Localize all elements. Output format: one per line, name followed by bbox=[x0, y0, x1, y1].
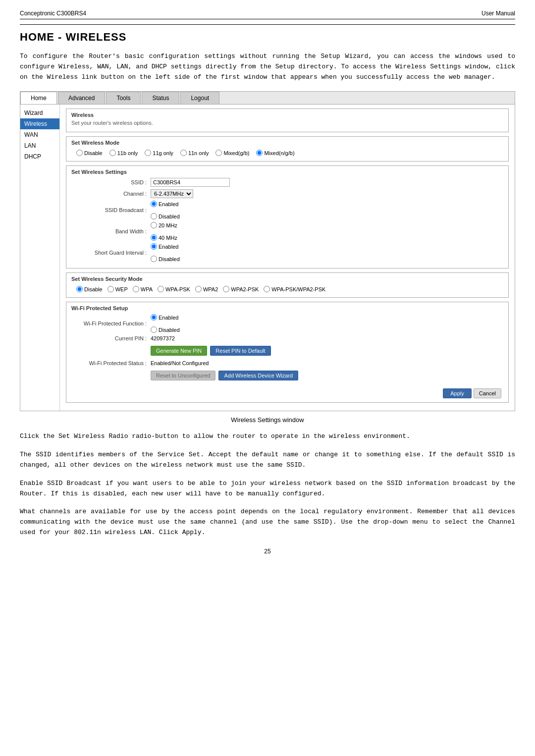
wps-status-value: Enabled/Not Configured bbox=[151, 360, 209, 366]
current-pin-value: 42097372 bbox=[151, 335, 175, 341]
bandwidth-20[interactable]: 20 MHz bbox=[151, 222, 177, 228]
wps-action-buttons-row: Reset to Unconfigured Add Wireless Devic… bbox=[71, 369, 503, 382]
router-ui: Home Advanced Tools Status Logout Wizard… bbox=[20, 91, 515, 411]
wireless-title: Wireless bbox=[71, 112, 503, 118]
guard-disabled[interactable]: Disabled bbox=[151, 256, 180, 262]
ssid-broadcast-value: Enabled Disabled bbox=[151, 201, 180, 219]
body-para-4: What channels are available for use by t… bbox=[20, 507, 515, 538]
wifi-function-value: Enabled Disabled bbox=[151, 314, 180, 333]
bandwidth-row: Band Width : 20 MHz 40 MHz bbox=[71, 222, 503, 241]
wifi-protected-form: Wi-Fi Protected Function : Enabled Disab… bbox=[71, 314, 503, 382]
sidebar-item-wireless[interactable]: Wireless bbox=[20, 118, 59, 129]
screenshot-caption: Wireless Settings window bbox=[20, 416, 515, 424]
nav-advanced[interactable]: Advanced bbox=[58, 92, 105, 104]
wireless-header-box: Wireless Set your router's wireless opti… bbox=[66, 108, 509, 132]
bandwidth-40[interactable]: 40 MHz bbox=[151, 234, 177, 241]
brand-label: Conceptronic C300BRS4 bbox=[20, 10, 86, 17]
pin-buttons-row: Generate New PIN Reset PIN to Default bbox=[71, 344, 503, 358]
ssid-broadcast-enabled[interactable]: Enabled bbox=[151, 201, 180, 207]
ssid-value bbox=[151, 178, 230, 187]
guard-enabled[interactable]: Enabled bbox=[151, 243, 180, 250]
ssid-input[interactable] bbox=[151, 178, 230, 187]
wireless-mode-radios: Disable 11b only 11g only 11n only Mixed… bbox=[71, 148, 503, 158]
bottom-buttons: Apply Cancel bbox=[71, 385, 503, 399]
mode-11g[interactable]: 11g only bbox=[145, 150, 173, 156]
reset-pin-button[interactable]: Reset PIN to Default bbox=[210, 346, 270, 356]
bandwidth-label: Band Width : bbox=[71, 228, 151, 234]
apply-button[interactable]: Apply bbox=[443, 388, 472, 398]
wps-status-row: Wi-Fi Protected Status : Enabled/Not Con… bbox=[71, 360, 503, 366]
sidebar-item-lan[interactable]: LAN bbox=[20, 140, 59, 151]
wifi-protected-box: Wi-Fi Protected Setup Wi-Fi Protected Fu… bbox=[66, 302, 509, 403]
nav-logout[interactable]: Logout bbox=[180, 92, 219, 104]
ssid-broadcast-disabled[interactable]: Disabled bbox=[151, 213, 180, 219]
pin-buttons: Generate New PIN Reset PIN to Default bbox=[151, 346, 271, 356]
wireless-settings-form: SSID : Channel : 6-2.437MHz bbox=[71, 178, 503, 262]
wifi-protected-title: Wi-Fi Protected Setup bbox=[71, 305, 503, 311]
body-para-3: Enable SSID Broadcast if you want users … bbox=[20, 479, 515, 499]
nav-bar: Home Advanced Tools Status Logout bbox=[20, 92, 515, 105]
add-device-wizard-button[interactable]: Add Wireless Device Wizard bbox=[218, 371, 298, 380]
mode-mixed-gb[interactable]: Mixed(g/b) bbox=[215, 150, 249, 156]
ssid-label: SSID : bbox=[71, 179, 151, 185]
sec-wpa2[interactable]: WPA2 bbox=[195, 286, 218, 292]
page-number: 25 bbox=[20, 548, 515, 555]
body-para-2: The SSID identifies members of the Servi… bbox=[20, 450, 515, 471]
nav-home[interactable]: Home bbox=[20, 92, 57, 104]
intro-text: To configure the Router's basic configur… bbox=[20, 52, 515, 82]
wps-disabled[interactable]: Disabled bbox=[151, 326, 180, 333]
main-content: Wireless Set your router's wireless opti… bbox=[60, 105, 515, 411]
channel-label: Channel : bbox=[71, 191, 151, 197]
security-mode-radios: Disable WEP WPA WPA-PSK WPA2 bbox=[71, 284, 503, 294]
mode-11b[interactable]: 11b only bbox=[109, 150, 138, 156]
wireless-desc: Set your router's wireless options. bbox=[71, 120, 503, 126]
ssid-broadcast-row: SSID Broadcast : Enabled Disabled bbox=[71, 201, 503, 219]
sec-disable[interactable]: Disable bbox=[76, 286, 103, 292]
sidebar-item-wizard[interactable]: Wizard bbox=[20, 108, 59, 118]
bandwidth-value: 20 MHz 40 MHz bbox=[151, 222, 177, 241]
wps-action-buttons: Reset to Unconfigured Add Wireless Devic… bbox=[151, 371, 298, 380]
sec-wpa-psk-wpa2-psk[interactable]: WPA-PSK/WPA2-PSK bbox=[264, 286, 325, 292]
channel-row: Channel : 6-2.437MHz bbox=[71, 189, 503, 198]
current-pin-row: Current PIN : 42097372 bbox=[71, 335, 503, 341]
wireless-settings-title: Set Wireless Settings bbox=[71, 169, 503, 175]
short-guard-label: Short Guard Interval : bbox=[71, 250, 151, 256]
mode-mixed-ngb[interactable]: Mixed(n/g/b) bbox=[256, 150, 294, 156]
short-guard-value: Enabled Disabled bbox=[151, 243, 180, 262]
wireless-settings-box: Set Wireless Settings SSID : Channel : 6… bbox=[66, 165, 509, 269]
wps-enabled[interactable]: Enabled bbox=[151, 314, 180, 321]
nav-tools[interactable]: Tools bbox=[106, 92, 141, 104]
security-mode-title: Set Wireless Security Mode bbox=[71, 276, 503, 282]
wifi-function-row: Wi-Fi Protected Function : Enabled Disab… bbox=[71, 314, 503, 333]
sidebar-item-dhcp[interactable]: DHCP bbox=[20, 151, 59, 162]
page-title: HOME - WIRELESS bbox=[20, 31, 515, 44]
security-mode-box: Set Wireless Security Mode Disable WEP W… bbox=[66, 272, 509, 298]
ssid-broadcast-label: SSID Broadcast : bbox=[71, 207, 151, 213]
wireless-mode-title: Set Wireless Mode bbox=[71, 140, 503, 146]
wps-status-label: Wi-Fi Protected Status : bbox=[71, 360, 151, 366]
sidebar: Wizard Wireless WAN LAN DHCP bbox=[20, 105, 60, 411]
nav-status[interactable]: Status bbox=[142, 92, 179, 104]
manual-label: User Manual bbox=[482, 10, 515, 17]
generate-pin-button[interactable]: Generate New PIN bbox=[151, 346, 207, 356]
reset-unconfigured-button[interactable]: Reset to Unconfigured bbox=[151, 371, 215, 380]
mode-11n[interactable]: 11n only bbox=[180, 150, 209, 156]
cancel-button[interactable]: Cancel bbox=[474, 388, 501, 398]
short-guard-row: Short Guard Interval : Enabled Disabled bbox=[71, 243, 503, 262]
channel-select[interactable]: 6-2.437MHz bbox=[151, 189, 193, 198]
doc-header: Conceptronic C300BRS4 User Manual bbox=[20, 10, 515, 19]
sec-wpa[interactable]: WPA bbox=[133, 286, 153, 292]
channel-value: 6-2.437MHz bbox=[151, 189, 193, 198]
ssid-row: SSID : bbox=[71, 178, 503, 187]
router-body: Wizard Wireless WAN LAN DHCP Wireless Se… bbox=[20, 105, 515, 411]
sec-wep[interactable]: WEP bbox=[107, 286, 128, 292]
wifi-function-label: Wi-Fi Protected Function : bbox=[71, 321, 151, 326]
sec-wpa-psk[interactable]: WPA-PSK bbox=[158, 286, 190, 292]
sidebar-item-wan[interactable]: WAN bbox=[20, 129, 59, 140]
sec-wpa2-psk[interactable]: WPA2-PSK bbox=[223, 286, 259, 292]
current-pin-label: Current PIN : bbox=[71, 335, 151, 341]
wireless-mode-box: Set Wireless Mode Disable 11b only 11g o… bbox=[66, 136, 509, 162]
mode-disable[interactable]: Disable bbox=[76, 150, 103, 156]
body-para-1: Click the Set Wireless Radio radio-butto… bbox=[20, 432, 515, 442]
